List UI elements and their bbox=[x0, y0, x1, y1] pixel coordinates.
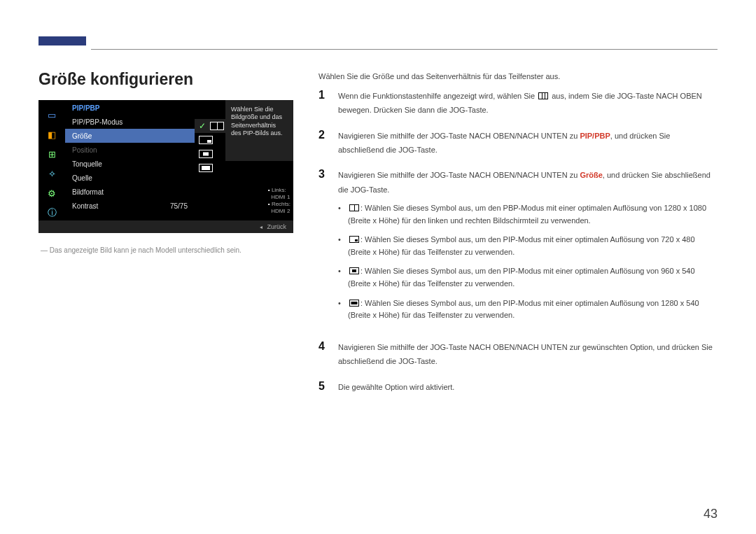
header-accent bbox=[38, 36, 86, 45]
pip-small-icon bbox=[199, 136, 213, 144]
header-rule bbox=[91, 49, 718, 50]
pbp-split-icon bbox=[210, 122, 224, 130]
osd-sidebar: ▭ ◧ ⊞ ✧ ⚙ ⓘ bbox=[38, 100, 65, 233]
menu-item-mode: PIP/PBP-Modus bbox=[65, 115, 195, 129]
keyword-size: Größe bbox=[580, 171, 602, 179]
pip-large-icon bbox=[199, 164, 213, 172]
step-2: 2 Navigieren Sie mithilfe der JOG-Taste … bbox=[318, 129, 718, 157]
step-number: 1 bbox=[318, 89, 328, 118]
step-number: 3 bbox=[318, 168, 328, 328]
intro-text: Wählen Sie die Größe und das Seitenverhä… bbox=[318, 72, 718, 80]
pbp-split-icon bbox=[349, 204, 359, 211]
menu-item-source: Quelle bbox=[65, 171, 195, 185]
gear-icon: ⚙ bbox=[46, 187, 58, 199]
pip-icon: ⊞ bbox=[46, 148, 58, 160]
back-arrow-icon: ◂ bbox=[260, 224, 262, 230]
footnote: ― Das angezeigte Bild kann je nach Model… bbox=[41, 246, 241, 254]
picture-icon: ◧ bbox=[46, 128, 58, 141]
step-number: 4 bbox=[318, 340, 328, 369]
contrast-label: Kontrast bbox=[72, 202, 98, 210]
step-text: Wenn die Funktionstastenhilfe angezeigt … bbox=[338, 89, 718, 118]
osd-screenshot: ▭ ◧ ⊞ ✧ ⚙ ⓘ PIP/PBP PIP/PBP-Modus Größe … bbox=[38, 100, 293, 233]
back-label: Zurück bbox=[267, 223, 286, 230]
pip-large-icon bbox=[349, 300, 359, 307]
step-text: Navigieren Sie mithilfe der JOG-Taste NA… bbox=[338, 168, 718, 328]
steps-list: 1 Wenn die Funktionstastenhilfe angezeig… bbox=[318, 89, 718, 405]
page-title: Größe konfigurieren bbox=[38, 70, 193, 89]
option-pip-large bbox=[195, 161, 272, 175]
step-4: 4 Navigieren Sie mithilfe der JOG-Taste … bbox=[318, 340, 718, 369]
osd-source-info: • Links: HDMI 1 • Rechts: HDMI 2 bbox=[268, 187, 290, 215]
osd-back-bar: ◂Zurück bbox=[38, 220, 293, 233]
pip-medium-icon bbox=[199, 150, 213, 158]
menu-item-size: Größe bbox=[65, 129, 195, 143]
menu-grid-icon bbox=[538, 92, 548, 99]
bullet-4: •: Wählen Sie dieses Symbol aus, um den … bbox=[338, 297, 718, 322]
monitor-icon: ▭ bbox=[46, 108, 58, 121]
step-text: Navigieren Sie mithilfe der JOG-Taste NA… bbox=[338, 129, 718, 157]
menu-item-sound: Tonquelle bbox=[65, 157, 195, 171]
info-icon: ⓘ bbox=[46, 206, 58, 219]
bullet-3: •: Wählen Sie dieses Symbol aus, um den … bbox=[338, 265, 718, 290]
menu-item-contrast: Kontrast 75/75 bbox=[65, 199, 195, 213]
step-text: Die gewählte Option wird aktiviert. bbox=[338, 380, 718, 394]
bullet-list: •: Wählen Sie dieses Symbol aus, um den … bbox=[338, 202, 718, 322]
step-1: 1 Wenn die Funktionstastenhilfe angezeig… bbox=[318, 89, 718, 118]
check-icon: ✓ bbox=[199, 121, 206, 131]
menu-item-position: Position bbox=[65, 143, 195, 157]
keyword-pippbp: PIP/PBP bbox=[580, 132, 610, 140]
contrast-value: 75/75 bbox=[170, 202, 188, 210]
step-number: 5 bbox=[318, 380, 328, 394]
step-5: 5 Die gewählte Option wird aktiviert. bbox=[318, 380, 718, 394]
step-number: 2 bbox=[318, 129, 328, 157]
osd-tip: Wählen Sie die Bildgröße und das Seitenv… bbox=[225, 100, 293, 161]
osd-header: PIP/PBP bbox=[65, 100, 195, 115]
bullet-2: •: Wählen Sie dieses Symbol aus, um den … bbox=[338, 234, 718, 258]
move-icon: ✧ bbox=[46, 167, 58, 180]
bullet-1: •: Wählen Sie dieses Symbol aus, um den … bbox=[338, 202, 718, 227]
page-number: 43 bbox=[704, 507, 718, 521]
pip-medium-icon bbox=[349, 267, 359, 274]
step-3: 3 Navigieren Sie mithilfe der JOG-Taste … bbox=[318, 168, 718, 328]
step-text: Navigieren Sie mithilfe der JOG-Taste NA… bbox=[338, 340, 718, 369]
osd-menu: PIP/PBP PIP/PBP-Modus Größe Position Ton… bbox=[65, 100, 195, 233]
menu-item-format: Bildformat bbox=[65, 185, 195, 199]
pip-small-icon bbox=[349, 236, 359, 243]
